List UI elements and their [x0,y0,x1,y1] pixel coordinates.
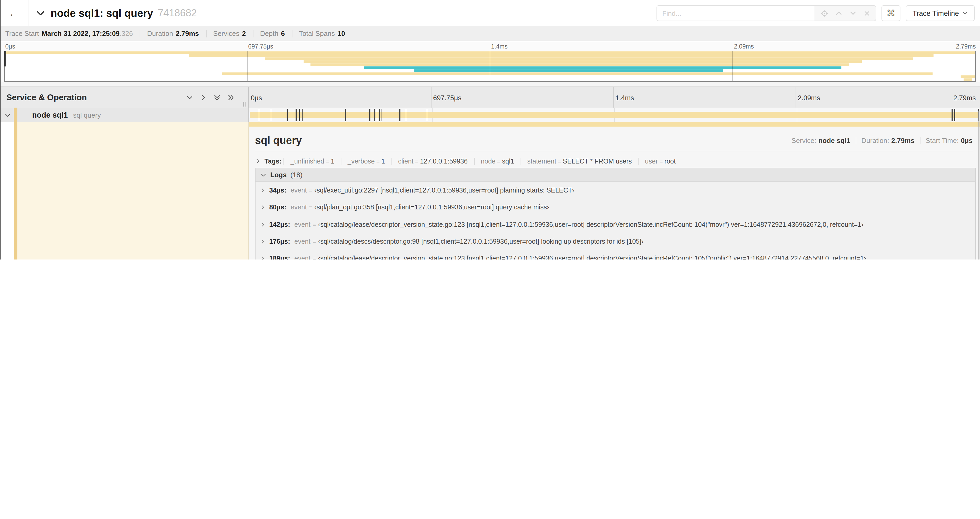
tag-value: 1 [331,157,334,165]
log-field-key: event [294,255,310,260]
clear-search-icon[interactable] [864,10,870,17]
tag-value: 127.0.0.1:59936 [420,157,468,165]
span-row: node sql1 sql query [0,108,980,122]
chevron-right-icon[interactable] [260,205,266,210]
summary-value: March 31 2022, 17:25:09.326 [41,30,133,37]
locate-icon[interactable] [820,9,828,17]
log-field-key: event [291,187,307,194]
span-collapse-chevron-icon[interactable] [4,112,11,118]
minimap-span-bar [961,75,975,78]
tag-value: root [664,157,676,165]
span-detail-left-gutter [0,122,249,260]
chevron-right-icon[interactable] [260,256,266,260]
minimap-span-bar [304,61,862,63]
arrow-left-icon: ← [8,7,19,19]
timeline-header: Service & Operation 0μs697.75μs1.4ms2.09… [0,86,980,109]
log-marker-tick [299,109,300,121]
log-row[interactable]: 34μs:event=‹sql/exec_util.go:2297 [nsql1… [256,182,975,199]
divider [206,30,206,37]
minimap-span-bar [364,67,842,69]
log-equals: = [310,238,318,245]
summary-value: 6 [281,30,285,37]
tags-row[interactable]: Tags: _unfinished=1_verbose=1client=127.… [255,155,973,168]
summary-item: Depth6 [260,30,285,37]
tag-value: SELECT * FROM users [563,157,632,165]
column-resize-grip[interactable] [243,102,245,107]
summary-item: Services2 [213,30,246,37]
collapse-one-icon[interactable] [186,94,193,101]
log-equals: = [307,204,315,211]
expand-all-icon[interactable] [227,94,234,101]
prev-result-icon[interactable] [835,10,843,17]
minimap-tick-label: 697.75μs [248,43,273,50]
minimap-span-bar [222,72,932,75]
view-selector-label: Trace Timeline [913,9,959,17]
logs-title: Logs [270,171,286,179]
timeline-tick-label: 1.4ms [616,87,634,108]
log-row[interactable]: 189μs:event=‹sql/catalog/lease/descripto… [256,250,975,260]
tag-item: _verbose=1 [341,157,391,165]
chevron-down-icon [260,172,267,178]
log-marker-tick [406,109,406,121]
log-field-key: event [294,221,310,228]
collapse-all-icon[interactable] [213,94,221,101]
find-input[interactable] [657,5,815,21]
minimap-span-bar [414,69,723,72]
log-equals: = [307,187,315,193]
log-marker-tick [381,109,382,121]
timeline-tick-label: 0μs [251,87,262,108]
log-row[interactable]: 176μs:event=‹sql/catalog/descs/descripto… [256,233,975,250]
chevron-right-icon [255,158,261,164]
summary-value: 2.79ms [176,30,199,37]
trace-summary-bar: Trace StartMarch 31 2022, 17:25:09.326Du… [0,26,980,41]
log-equals: = [310,222,318,228]
expand-one-icon[interactable] [200,94,207,101]
span-detail-header: sql query Service:node sql1Duration:2.79… [255,132,973,149]
tag-equals: = [324,158,331,164]
tag-key: _unfinished [291,157,324,165]
log-marker-tick [427,109,428,121]
span-row-bar-cell[interactable] [249,108,980,122]
back-button[interactable]: ← [0,0,29,26]
overview-value: 0μs [961,136,973,144]
page-title: node sql1: sql query [51,7,153,19]
divider [140,30,140,37]
minimap-range-handle[interactable] [4,51,6,67]
minimap-tick-label: 0μs [5,43,15,50]
collapse-controls [186,94,234,101]
log-marker-tick [259,109,259,121]
summary-label: Depth [260,30,278,37]
log-field-value: ‹sql/plan_opt.go:358 [nsql1,client=127.0… [314,204,549,211]
summary-label: Trace Start [5,30,39,37]
tag-value: 1 [381,157,385,165]
summary-value: 2 [242,30,246,37]
tag-item: node=sql1 [474,157,520,165]
logs-header[interactable]: Logs (18) [256,168,975,182]
next-result-icon[interactable] [850,10,857,17]
minimap-canvas[interactable] [4,51,976,82]
right-scrollbar[interactable] [978,111,980,260]
chevron-right-icon[interactable] [260,188,266,193]
log-row[interactable]: 80μs:event=‹sql/plan_opt.go:358 [nsql1,c… [256,199,975,216]
log-row[interactable]: 142μs:event=‹sql/catalog/lease/descripto… [256,216,975,233]
trace-collapse-toggle[interactable] [36,8,45,18]
timeline-gridline [431,87,431,108]
divider [253,30,253,37]
logs-count: (18) [290,171,302,179]
left-scrollbar[interactable] [0,0,1,260]
summary-label: Duration [147,30,173,37]
view-selector-button[interactable]: Trace Timeline [906,5,975,21]
summary-label: Services [213,30,239,37]
log-marker-tick [399,109,401,121]
span-row-name-cell[interactable]: node sql1 sql query [0,108,249,122]
keyboard-shortcuts-button[interactable]: ⌘ [881,5,900,21]
tag-key: statement [527,157,557,165]
chevron-right-icon[interactable] [260,222,266,227]
log-field-value: ‹sql/catalog/lease/descriptor_version_st… [318,221,863,228]
span-duration-bar[interactable] [250,112,979,118]
span-detail-panel: sql query Service:node sql1Duration:2.79… [249,126,980,260]
minimap-tick-label: 2.79ms [956,43,976,50]
span-overview: Service:node sql1Duration:2.79msStart Ti… [791,136,973,144]
chevron-right-icon[interactable] [260,239,266,244]
log-timestamp: 176μs: [269,238,290,245]
